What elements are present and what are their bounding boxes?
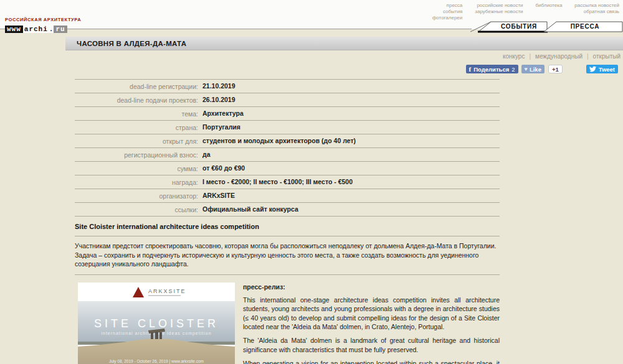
row-label: dead-line регистрации: xyxy=(75,82,202,90)
nav-link-feedback[interactable]: обратная связь xyxy=(584,9,619,14)
tab-events[interactable]: СОБЫТИЯ xyxy=(491,23,547,30)
table-row: ссылки: Официальный сайт конкурса xyxy=(75,203,500,217)
official-site-link[interactable]: Официальный сайт конкурса xyxy=(202,205,298,213)
table-row: открыт для: студентов и молодых архитект… xyxy=(75,134,500,148)
like-label: Like xyxy=(530,66,541,73)
meta-link-open[interactable]: открытый xyxy=(593,53,621,60)
table-row: dead-line подачи проектов: 26.10.2019 xyxy=(75,93,500,107)
heart-icon: ♥ xyxy=(525,66,528,72)
page-title-bar: ЧАСОВНЯ В АЛДЕЯ-ДА-МАТА xyxy=(65,37,623,50)
logo-archi: archi xyxy=(23,26,49,33)
nav-link-russian-news[interactable]: российские новости xyxy=(477,2,523,8)
press-paragraph: The 'Aldeia da Mata' dolmen is a landmar… xyxy=(243,336,500,354)
table-row: страна: Португалия xyxy=(75,121,500,134)
tweet-button[interactable]: Tweet xyxy=(586,65,618,73)
row-label: ссылки: xyxy=(75,205,202,213)
logo-tagline: РОССИЙСКАЯ АРХИТЕКТУРА xyxy=(5,17,81,22)
nav-group-library: библиотека xyxy=(536,2,563,21)
poster-title: SITE CLOISTER xyxy=(94,317,219,330)
logo-www: www xyxy=(5,26,23,33)
row-value: 21.10.2019 xyxy=(202,82,235,90)
row-label: открыт для: xyxy=(75,137,202,145)
row-label: сумма: xyxy=(75,164,202,172)
google-plus-one-button[interactable]: +1 xyxy=(548,65,563,73)
facebook-share-button[interactable]: f Поделиться 2 xyxy=(466,65,518,73)
page-title: ЧАСОВНЯ В АЛДЕЯ-ДА-МАТА xyxy=(65,37,623,50)
nav-link-sobytiya[interactable]: события xyxy=(443,9,462,14)
press-paragraph: This international one-stage architectur… xyxy=(243,296,500,332)
social-buttons: f Поделиться 2 ♥ Like +1 Tweet xyxy=(466,65,618,73)
row-value: Архитектура xyxy=(202,110,244,117)
row-label: dead-line подачи проектов: xyxy=(75,96,202,104)
dolmen-stone xyxy=(155,332,158,339)
meta-separator: | xyxy=(529,53,531,60)
nav-link-newsletter[interactable]: рассылка новостей xyxy=(574,2,619,8)
row-value: Португалия xyxy=(202,123,240,131)
table-row: сумма: от €60 до €90 xyxy=(75,162,500,175)
dolmen-stone xyxy=(151,332,153,339)
plus-one-label: +1 xyxy=(552,66,559,73)
tweet-label: Tweet xyxy=(599,66,615,73)
row-value: I место - €2000; II место - €1000; III м… xyxy=(202,178,353,185)
facebook-share-count: 2 xyxy=(511,66,515,73)
row-label: награда: xyxy=(75,178,202,186)
table-row: тема: Архитектура xyxy=(75,107,500,121)
nav-link-pressa[interactable]: пресса xyxy=(447,2,463,8)
divider xyxy=(75,274,500,275)
row-value: 26.10.2019 xyxy=(202,96,235,103)
competition-poster-image[interactable]: ARKXSITE SITE CLOISTER international arc… xyxy=(78,282,235,364)
twitter-bird-icon xyxy=(589,66,596,72)
table-row: регистрационный взнос: да xyxy=(75,148,500,162)
row-value: да xyxy=(202,151,211,158)
intro-paragraph: Участникам предстоит спроектировать часо… xyxy=(75,241,500,269)
page: пресса события фотогалереи российские но… xyxy=(0,0,623,364)
nav-group-contact: рассылка новостей обратная связь xyxy=(574,2,619,21)
row-value: от €60 до €90 xyxy=(202,164,245,172)
article-columns: ARKXSITE SITE CLOISTER international arc… xyxy=(75,282,500,364)
nav-link-fotogalerei[interactable]: фотогалереи xyxy=(432,15,463,21)
table-row: организатор: ARKxSITE xyxy=(75,189,500,203)
meta-link-international[interactable]: международный xyxy=(535,53,583,60)
row-label: страна: xyxy=(75,123,202,131)
poster-brand-subline xyxy=(148,295,181,296)
dolmen-stone xyxy=(159,332,162,339)
logo-dot: . xyxy=(49,26,54,33)
row-label: организатор: xyxy=(75,192,202,200)
press-paragraph: When generating a vision for an interven… xyxy=(243,359,500,364)
facebook-icon: f xyxy=(469,65,472,73)
press-release-label: пресс-релиз: xyxy=(243,282,500,291)
competition-info-table: dead-line регистрации: 21.10.2019 dead-l… xyxy=(75,79,500,217)
like-button[interactable]: ♥ Like xyxy=(521,65,545,73)
top-nav: пресса события фотогалереи российские но… xyxy=(432,2,619,21)
logo-ru: ru xyxy=(54,26,67,33)
poster-brand: ARKXSITE xyxy=(148,288,186,294)
nav-link-library[interactable]: библиотека xyxy=(536,2,563,8)
table-row: награда: I место - €2000; II место - €10… xyxy=(75,175,500,189)
press-release: пресс-релиз: This international one-stag… xyxy=(243,282,500,364)
poster-dates: July 08, 2019 - October 26, 2019 | www.a… xyxy=(109,359,204,364)
site-logo[interactable]: РОССИЙСКАЯ АРХИТЕКТУРА wwwarchi.ru xyxy=(5,17,81,33)
nav-group-site: пресса события фотогалереи xyxy=(432,2,463,21)
table-row: dead-line регистрации: 21.10.2019 xyxy=(75,80,500,93)
organizer-value: ARKxSITE xyxy=(202,192,235,199)
tab-press[interactable]: ПРЕССА xyxy=(556,23,614,30)
divider xyxy=(75,236,500,236)
meta-separator: | xyxy=(587,53,589,60)
row-value: студентов и молодых архитекторов (до 40 … xyxy=(202,137,356,144)
article-heading: Site Cloister international architecture… xyxy=(75,223,500,230)
logo-wordmark: wwwarchi.ru xyxy=(5,26,81,33)
nav-link-foreign-news[interactable]: зарубежные новости xyxy=(475,9,523,14)
row-label: тема: xyxy=(75,110,202,118)
row-label: регистрационный взнос: xyxy=(75,151,202,159)
main-content: dead-line регистрации: 21.10.2019 dead-l… xyxy=(75,79,500,364)
facebook-share-label: Поделиться xyxy=(473,66,509,73)
meta-link-konkurs[interactable]: конкурс xyxy=(503,53,525,60)
competition-meta: конкурс|международный|открытый xyxy=(503,53,621,60)
nav-group-news: российские новости зарубежные новости xyxy=(475,2,523,21)
